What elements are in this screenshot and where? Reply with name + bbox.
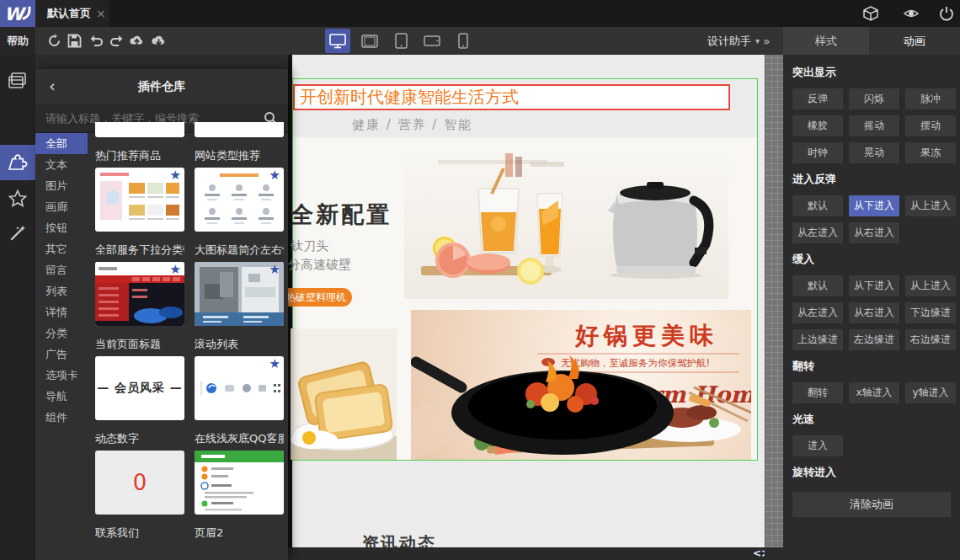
device-phone-portrait-button[interactable] <box>451 29 476 53</box>
device-desktop-button[interactable] <box>325 29 350 53</box>
app-logo[interactable]: W <box>0 0 35 27</box>
category-classify[interactable]: 分类 <box>35 323 88 344</box>
device-tablet-portrait-button[interactable] <box>388 29 413 53</box>
anim-button[interactable]: 翻转 <box>792 382 843 403</box>
anim-button[interactable]: 从右进入 <box>849 302 899 323</box>
back-chevron-icon[interactable]: ‹ <box>49 76 56 96</box>
code-icon[interactable]: <> <box>753 547 765 559</box>
anim-button[interactable]: 从左进入 <box>792 222 843 243</box>
canvas-scrollbar[interactable] <box>765 55 783 547</box>
plugin-item[interactable]: 滚动列表 ★ <box>195 338 284 420</box>
cube-icon[interactable] <box>862 6 879 21</box>
category-ads[interactable]: 广告 <box>35 344 88 365</box>
plugin-item[interactable]: 联系我们 <box>95 526 184 545</box>
category-message[interactable]: 留言 <box>35 259 88 280</box>
anim-button[interactable]: 从上进入 <box>905 275 956 296</box>
refresh-icon[interactable] <box>47 34 61 48</box>
undo-icon[interactable] <box>89 34 104 48</box>
cloud-download-icon[interactable] <box>152 34 166 48</box>
more-chevron-icon[interactable]: » <box>763 27 771 55</box>
plugin-thumbnail-partial[interactable] <box>95 122 184 137</box>
anim-button[interactable]: 下边缘进 <box>905 302 956 323</box>
anim-button[interactable]: 摇动 <box>849 115 899 136</box>
product-feature-1[interactable]: 钛刀头 <box>291 238 328 254</box>
plugin-item[interactable]: 热门推荐商品 ★ <box>95 149 184 232</box>
plugin-item[interactable]: 大图标题简介左右切... ★ <box>195 243 284 326</box>
plugin-item[interactable]: 全部服务下拉分类带... ★ <box>95 243 184 326</box>
anim-button[interactable]: 时钟 <box>792 142 843 163</box>
page-tab[interactable]: 默认首页 × <box>35 0 109 27</box>
wok-banner-image[interactable]: 好锅更美味 无忧购物，至诚服务为你保驾护航! Warm Home <box>411 310 751 460</box>
plugin-item[interactable]: 动态数字 0 <box>95 432 184 515</box>
anim-button[interactable]: 从右进入 <box>849 222 899 243</box>
sidebar-item-favorites[interactable] <box>0 180 35 216</box>
canvas-headline[interactable]: 开创新时代健康智能生活方式 <box>293 84 730 110</box>
category-gallery[interactable]: 画廊 <box>35 196 88 217</box>
anim-button[interactable]: 反弹 <box>792 88 843 109</box>
anim-button[interactable]: 上边缘进 <box>792 329 843 350</box>
design-canvas[interactable]: 开创新时代健康智能生活方式 健康 / 营养 / 智能 全新配置 钛刀头 分高速破… <box>288 55 765 560</box>
help-button[interactable]: 帮助 <box>0 27 35 55</box>
plugin-item[interactable]: 网站类型推荐 <box>195 149 284 232</box>
anim-button[interactable]: 左边缘进 <box>849 329 899 350</box>
anim-button[interactable]: 默认 <box>792 275 843 296</box>
anim-button[interactable]: x轴进入 <box>849 382 899 403</box>
plugin-thumbnail[interactable]: ★ <box>195 262 284 326</box>
category-all[interactable]: 全部 <box>35 133 88 154</box>
plugin-thumbnail[interactable]: ★ <box>95 262 184 326</box>
save-icon[interactable] <box>67 34 82 48</box>
star-icon[interactable]: ★ <box>269 263 280 276</box>
design-assistant-button[interactable]: 设计助手 ▾ <box>707 27 760 55</box>
category-components[interactable]: 组件 <box>35 407 88 428</box>
plugin-item[interactable]: 当前页面标题 — 会员风采 — <box>95 338 184 420</box>
anim-button[interactable]: 摆动 <box>905 115 956 136</box>
sidebar-item-pages[interactable] <box>0 63 35 99</box>
anim-button[interactable]: 果冻 <box>905 142 956 163</box>
plugin-thumbnail[interactable] <box>195 451 284 515</box>
anim-button[interactable]: 脉冲 <box>905 88 956 109</box>
category-text[interactable]: 文本 <box>35 154 88 175</box>
category-nav[interactable]: 导航 <box>35 386 88 407</box>
anim-button[interactable]: 右边缘进 <box>905 329 956 350</box>
anim-button[interactable]: 晃动 <box>849 142 899 163</box>
cloud-upload-icon[interactable] <box>130 34 144 48</box>
anim-button[interactable]: 从上进入 <box>905 195 956 216</box>
star-icon[interactable]: ★ <box>269 357 280 371</box>
redo-icon[interactable] <box>109 34 124 48</box>
product-cta-button[interactable]: 热破壁料理机 <box>288 288 352 307</box>
plugin-item[interactable]: 页眉2 <box>195 526 284 545</box>
eye-preview-icon[interactable] <box>903 6 920 21</box>
category-image[interactable]: 图片 <box>35 175 88 196</box>
anim-button[interactable]: 默认 <box>792 195 843 216</box>
tab-animation[interactable]: 动画 <box>869 27 960 55</box>
sidebar-item-plugins[interactable] <box>0 145 35 180</box>
plugin-thumbnail[interactable]: ★ <box>95 168 184 232</box>
power-icon[interactable] <box>938 6 955 21</box>
product-feature-2[interactable]: 分高速破壁 <box>288 257 351 273</box>
plugin-thumbnail[interactable]: — 会员风采 — <box>95 356 184 420</box>
anim-button[interactable]: 从下进入 <box>849 275 899 296</box>
plugin-thumbnail[interactable]: 0 <box>95 451 184 515</box>
category-button[interactable]: 按钮 <box>35 217 88 238</box>
sidebar-item-tools[interactable] <box>0 216 35 251</box>
category-tabs[interactable]: 选项卡 <box>35 365 88 386</box>
plugin-item[interactable]: 在线浅灰底QQ客服 <box>195 432 284 515</box>
plugin-thumbnail-partial[interactable] <box>195 122 284 137</box>
close-icon[interactable]: × <box>96 7 106 20</box>
plugin-thumbnail[interactable]: ★ <box>195 168 284 232</box>
anim-button[interactable]: y轴进入 <box>905 382 956 403</box>
product-title[interactable]: 全新配置 <box>291 200 392 230</box>
category-detail[interactable]: 详情 <box>35 301 88 323</box>
canvas-subtitle[interactable]: 健康 / 营养 / 智能 <box>352 117 472 133</box>
star-icon[interactable]: ★ <box>170 168 181 182</box>
category-list[interactable]: 列表 <box>35 280 88 301</box>
device-phone-landscape-button[interactable] <box>419 29 445 53</box>
star-icon[interactable]: ★ <box>170 263 181 276</box>
anim-button[interactable]: 从左进入 <box>792 302 843 323</box>
kettle-banner-image[interactable] <box>404 153 728 299</box>
star-icon[interactable]: ★ <box>269 168 280 182</box>
clear-animation-button[interactable]: 清除动画 <box>792 492 951 517</box>
tab-style[interactable]: 样式 <box>783 27 869 55</box>
toast-image[interactable] <box>291 328 397 460</box>
anim-button-selected[interactable]: 从下进入 <box>849 195 899 216</box>
